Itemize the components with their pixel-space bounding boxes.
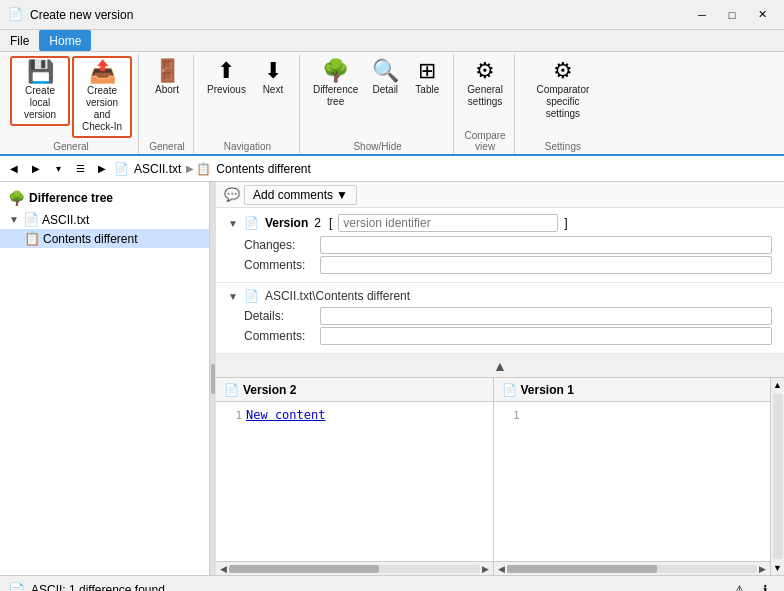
table-button[interactable]: ⊞ Table <box>407 56 447 100</box>
maximize-button[interactable]: □ <box>718 4 746 26</box>
ribbon-group-settings-label: Settings <box>517 141 609 152</box>
close-button[interactable]: ✕ <box>748 4 776 26</box>
version2-label: Version 2 <box>243 383 296 397</box>
changes-input[interactable] <box>320 236 772 254</box>
abort-label: Abort <box>155 84 179 96</box>
vscroll-track[interactable] <box>773 394 783 559</box>
next-icon: ⬇ <box>264 60 282 82</box>
scroll-left-btn-v1[interactable]: ◀ <box>496 564 507 574</box>
tree-item-contents-label: Contents different <box>43 232 138 246</box>
detail-label: Detail <box>373 84 399 96</box>
next-button[interactable]: ⬇ Next <box>253 56 293 100</box>
vscroll-down[interactable]: ▼ <box>771 561 784 575</box>
status-right: ⚠ ℹ <box>728 579 776 592</box>
list-button[interactable]: ☰ <box>70 159 90 179</box>
next-label: Next <box>263 84 284 96</box>
version-collapse-icon[interactable]: ▼ <box>228 218 238 229</box>
tree-item-ascii-txt[interactable]: ▼ 📄 ASCII.txt <box>0 210 209 229</box>
ribbon-group-showhide-label: Show/Hide <box>302 141 453 152</box>
ribbon-group-general-right-label: General <box>141 141 193 152</box>
add-comments-bar: 💬 Add comments ▼ <box>216 182 784 208</box>
dropdown-button[interactable]: ▾ <box>48 159 68 179</box>
difference-tree-button[interactable]: 🌳 Differencetree <box>308 56 363 112</box>
scroll-right-btn-v1[interactable]: ▶ <box>757 564 768 574</box>
compare-col-version1-header: 📄 Version 1 <box>494 378 771 402</box>
create-version-checkin-button[interactable]: 📤 Create versionand Check-In <box>72 56 132 138</box>
sidebar-tree-icon: 🌳 <box>8 190 25 206</box>
breadcrumb-bar: ◀ ▶ ▾ ☰ ▶ 📄 ASCII.txt ▶ 📋 Contents diffe… <box>0 156 784 182</box>
version1-label: Version 1 <box>521 383 574 397</box>
compare-col-version2-body[interactable]: 1 New content <box>216 402 493 561</box>
minimize-button[interactable]: ─ <box>688 4 716 26</box>
sidebar: 🌳 Difference tree ▼ 📄 ASCII.txt 📋 Conten… <box>0 182 210 575</box>
add-comments-icon: 💬 <box>224 187 240 202</box>
ribbon-group-general-right: 🚪 Abort General <box>141 54 194 154</box>
previous-icon: ⬆ <box>217 60 235 82</box>
version1-icon: 📄 <box>502 383 517 397</box>
comparator-icon: ⚙ <box>553 60 573 82</box>
file-collapse-icon[interactable]: ▼ <box>228 291 238 302</box>
previous-label: Previous <box>207 84 246 96</box>
version-header: ▼ 📄 Version 2 [ ] <box>228 214 772 232</box>
create-local-version-button[interactable]: 💾 Create localversion <box>10 56 70 126</box>
back-button[interactable]: ◀ <box>4 159 24 179</box>
ribbon-buttons-compare-view: ⚙ Generalsettings <box>462 56 508 128</box>
menu-home[interactable]: Home <box>39 30 91 51</box>
general-settings-button[interactable]: ⚙ Generalsettings <box>462 56 508 112</box>
ribbon-group-general-left: 💾 Create localversion 📤 Create versionan… <box>4 54 139 154</box>
vscroll-up[interactable]: ▲ <box>771 378 784 392</box>
scroll-right-btn[interactable]: ▶ <box>480 564 491 574</box>
version-identifier-input[interactable] <box>338 214 558 232</box>
difference-tree-label: Differencetree <box>313 84 358 108</box>
ribbon-buttons-general-left: 💾 Create localversion 📤 Create versionan… <box>10 56 132 154</box>
comments-row: Comments: <box>228 256 772 274</box>
nav-separator[interactable]: ▶ <box>92 159 112 179</box>
ribbon-buttons-navigation: ⬆ Previous ⬇ Next <box>202 56 293 116</box>
comparator-settings-button[interactable]: ⚙ Comparatorspecific settings <box>523 56 603 124</box>
ribbon-group-compare-view-label: Compare view <box>456 130 514 152</box>
compare-col-version1-body[interactable]: 1 <box>494 402 771 561</box>
sidebar-title: Difference tree <box>29 191 113 205</box>
scroll-up-button[interactable]: ▲ <box>493 358 507 374</box>
breadcrumb-ascii-txt[interactable]: ASCII.txt <box>131 161 184 177</box>
ribbon-buttons-abort: 🚪 Abort <box>147 56 187 116</box>
collapse-icon[interactable]: ▼ <box>8 214 20 225</box>
scroll-track-v2[interactable] <box>229 565 480 573</box>
file-section-icon: 📄 <box>244 289 259 303</box>
ribbon: 💾 Create localversion 📤 Create versionan… <box>0 52 784 156</box>
comments-label: Comments: <box>244 258 314 272</box>
menu-file[interactable]: File <box>0 30 39 51</box>
info-button[interactable]: ℹ <box>754 579 776 592</box>
sidebar-splitter[interactable] <box>210 182 216 575</box>
version-section: ▼ 📄 Version 2 [ ] Changes: Comments: <box>216 208 784 283</box>
compare-columns: 📄 Version 2 1 New content ◀ <box>216 378 784 575</box>
tree-item-contents-different[interactable]: 📋 Contents different <box>0 229 209 248</box>
details-input[interactable] <box>320 307 772 325</box>
detail-button[interactable]: 🔍 Detail <box>365 56 405 100</box>
scroll-track-v1[interactable] <box>507 565 758 573</box>
comments-input[interactable] <box>320 256 772 274</box>
version2-scrollbar: ◀ ▶ <box>216 561 493 575</box>
previous-button[interactable]: ⬆ Previous <box>202 56 251 100</box>
scroll-left-btn[interactable]: ◀ <box>218 564 229 574</box>
compare-area: ▲ 📄 Version 2 1 New content <box>216 354 784 575</box>
warning-button[interactable]: ⚠ <box>728 579 750 592</box>
main-area: 🌳 Difference tree ▼ 📄 ASCII.txt 📋 Conten… <box>0 182 784 575</box>
content-panel: 💬 Add comments ▼ ▼ 📄 Version 2 [ ] Chang… <box>216 182 784 575</box>
breadcrumb-file-icon: 📄 <box>114 162 129 176</box>
forward-button[interactable]: ▶ <box>26 159 46 179</box>
line-num-v1-1: 1 <box>500 409 520 422</box>
breadcrumb-item-icon: 📋 <box>196 162 211 176</box>
add-comments-button[interactable]: Add comments ▼ <box>244 185 357 205</box>
file-comments-row: Comments: <box>228 327 772 345</box>
breadcrumb-contents-different[interactable]: Contents different <box>213 161 314 177</box>
file-comments-input[interactable] <box>320 327 772 345</box>
file-path: ASCII.txt\Contents different <box>265 289 410 303</box>
detail-icon: 🔍 <box>372 60 399 82</box>
compare-col-version2: 📄 Version 2 1 New content ◀ <box>216 378 494 575</box>
splitter-handle <box>211 364 215 394</box>
general-settings-label: Generalsettings <box>467 84 503 108</box>
contents-icon: 📋 <box>24 231 40 246</box>
ribbon-group-general-left-label: General <box>4 141 138 152</box>
abort-button[interactable]: 🚪 Abort <box>147 56 187 100</box>
